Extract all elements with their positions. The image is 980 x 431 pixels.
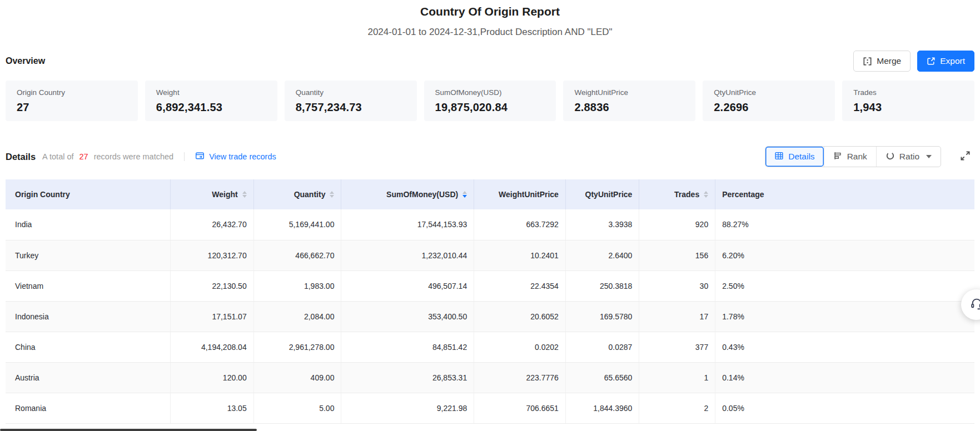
cell-country: Turkey (6, 240, 170, 270)
col-header-weight[interactable]: Weight (170, 179, 253, 209)
page-title: Country Of Origin Report (6, 0, 974, 18)
cell-weight-unit-price: 663.7292 (474, 209, 566, 240)
cell-sum: 17,544,153.93 (341, 209, 474, 240)
sort-carets-icon[interactable] (242, 191, 247, 198)
view-trade-records-label: View trade records (209, 152, 276, 161)
table-row: Austria 120.00 409.00 26,853.31 223.7776… (6, 362, 974, 393)
cell-qty-unit-price: 169.5780 (565, 301, 639, 332)
overview-card: QtyUnitPrice 2.2696 (703, 81, 835, 121)
cell-trades: 920 (639, 209, 715, 240)
cell-trades: 30 (639, 270, 715, 301)
cell-trades: 156 (639, 240, 715, 270)
cell-percentage: 2.50% (715, 270, 974, 301)
export-button[interactable]: Export (917, 51, 974, 72)
cell-country: Austria (6, 362, 170, 393)
cell-quantity: 5,169,441.00 (253, 209, 341, 240)
cell-weight-unit-price: 20.6052 (474, 301, 566, 332)
col-label: SumOfMoney(USD) (386, 190, 458, 199)
cell-country: Indonesia (6, 301, 170, 332)
cell-sum: 26,853.31 (341, 362, 474, 393)
cell-trades: 1 (639, 362, 715, 393)
trade-records-icon (195, 151, 205, 162)
cell-percentage: 6.20% (715, 240, 974, 270)
overview-cards: Origin Country 27 Weight 6,892,341.53 Qu… (6, 81, 974, 121)
cell-weight: 22,130.50 (170, 270, 253, 301)
report-page: Country Of Origin Report 2024-01-01 to 2… (0, 0, 980, 424)
overview-card: Weight 6,892,341.53 (145, 81, 277, 121)
cell-qty-unit-price: 250.3818 (565, 270, 639, 301)
col-header-weight-unit-price: WeightUnitPrice (474, 179, 566, 209)
card-label: Quantity (296, 88, 406, 97)
view-switcher: Details Rank (765, 146, 974, 167)
cell-weight: 120.00 (170, 362, 253, 393)
table-header-row: Origin Country Weight Quantity SumOfMone… (6, 179, 974, 209)
cell-country: Romania (6, 393, 170, 423)
col-header-origin-country: Origin Country (6, 179, 170, 209)
card-value: 1,943 (853, 101, 963, 114)
cell-sum: 1,232,010.44 (341, 240, 474, 270)
export-icon (927, 57, 936, 66)
cell-sum: 496,507.14 (341, 270, 474, 301)
divider (184, 152, 185, 161)
merge-button-label: Merge (877, 56, 901, 66)
col-label: Percentage (722, 190, 764, 199)
card-value: 2.2696 (714, 101, 824, 114)
tab-rank[interactable]: Rank (824, 147, 876, 167)
col-label: Weight (212, 190, 237, 199)
cell-sum: 9,221.98 (341, 393, 474, 423)
tab-ratio[interactable]: Ratio (876, 147, 941, 167)
cell-weight-unit-price: 223.7776 (474, 362, 566, 393)
cell-percentage: 1.78% (715, 301, 974, 332)
col-header-percentage: Percentage (715, 179, 974, 209)
cell-sum: 353,400.50 (341, 301, 474, 332)
pie-chart-icon (886, 151, 895, 163)
col-label: WeightUnitPrice (499, 190, 559, 199)
cell-trades: 2 (639, 393, 715, 423)
cell-qty-unit-price: 2.6400 (565, 240, 639, 270)
view-trade-records-link[interactable]: View trade records (195, 151, 276, 162)
cell-trades: 377 (639, 332, 715, 362)
fullscreen-button[interactable] (956, 149, 974, 164)
view-mode-group: Details Rank (765, 146, 941, 167)
col-header-sum-of-money[interactable]: SumOfMoney(USD) (341, 179, 474, 209)
cell-percentage: 0.43% (715, 332, 974, 362)
sort-carets-icon[interactable] (704, 191, 708, 198)
col-header-quantity[interactable]: Quantity (253, 179, 341, 209)
card-value: 2.8836 (574, 101, 684, 114)
total-prefix: A total of (42, 152, 73, 161)
table-grid-icon (774, 151, 784, 163)
col-header-trades[interactable]: Trades (639, 179, 715, 209)
cell-country: India (6, 209, 170, 240)
table-row: India 26,432.70 5,169,441.00 17,544,153.… (6, 209, 974, 240)
rank-bars-icon (833, 151, 843, 163)
overview-card: WeightUnitPrice 2.8836 (563, 81, 695, 121)
overview-card: Quantity 8,757,234.73 (285, 81, 417, 121)
card-value: 8,757,234.73 (296, 101, 406, 114)
cell-weight: 13.05 (170, 393, 253, 423)
cell-qty-unit-price: 1,844.3960 (565, 393, 639, 423)
card-label: WeightUnitPrice (574, 88, 684, 97)
card-label: SumOfMoney(USD) (435, 88, 545, 97)
card-label: Origin Country (17, 88, 127, 97)
cell-percentage: 88.27% (715, 209, 974, 240)
report-subtitle: 2024-01-01 to 2024-12-31,Product Descrip… (6, 27, 974, 38)
cell-weight: 26,432.70 (170, 209, 253, 240)
col-label: Trades (674, 190, 699, 199)
details-summary: Details A total of 27 records were match… (6, 151, 276, 162)
cell-qty-unit-price: 65.6560 (565, 362, 639, 393)
merge-button[interactable]: Merge (853, 51, 911, 72)
col-label: QtyUnitPrice (585, 190, 633, 199)
table-row: Vietnam 22,130.50 1,983.00 496,507.14 22… (6, 270, 974, 301)
tab-details[interactable]: Details (765, 147, 823, 167)
sort-carets-icon[interactable] (330, 191, 334, 198)
horizontal-scrollbar-thumb[interactable] (0, 429, 257, 431)
cell-weight: 120,312.70 (170, 240, 253, 270)
sort-carets-icon[interactable] (462, 191, 467, 198)
overview-card: Trades 1,943 (842, 81, 974, 121)
details-heading: Details (6, 152, 36, 162)
cell-quantity: 409.00 (253, 362, 341, 393)
overview-heading: Overview (6, 56, 45, 66)
cell-qty-unit-price: 3.3938 (565, 209, 639, 240)
cell-trades: 17 (639, 301, 715, 332)
origin-country-table: Origin Country Weight Quantity SumOfMone… (6, 179, 974, 424)
